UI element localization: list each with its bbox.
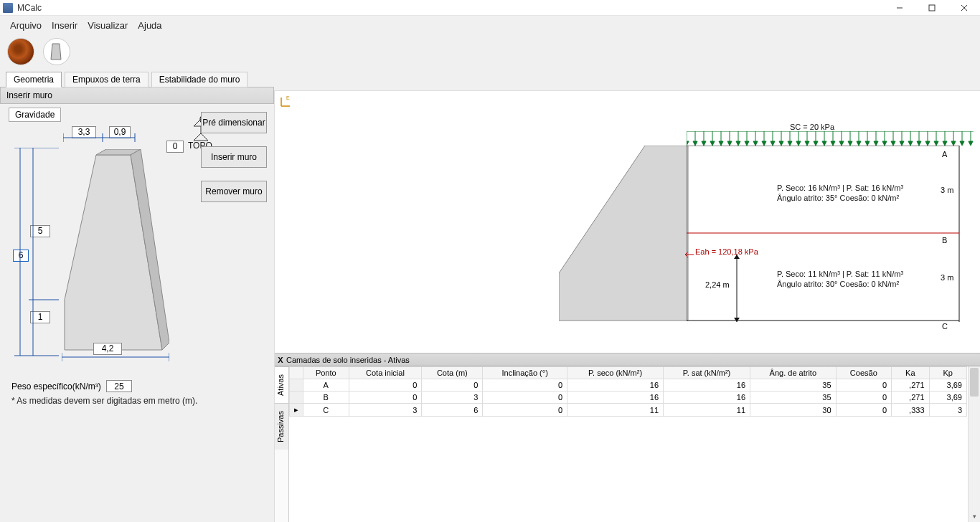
point-b: B: [942, 236, 947, 245]
peso-input[interactable]: [106, 380, 132, 392]
tab-estabilidade[interactable]: Estabilidade do muro: [151, 72, 248, 87]
point-c: C: [942, 322, 948, 331]
svg-text:E: E: [286, 95, 290, 100]
eah-arrow-icon: [684, 251, 694, 258]
table-row[interactable]: ▸C3601111300,3333: [290, 404, 967, 417]
col-header[interactable]: P. seco (kN/m²): [567, 367, 664, 379]
dim-lines-left: [9, 148, 59, 363]
stone-icon[interactable]: [7, 38, 34, 65]
mid-dim-line: [732, 255, 741, 322]
menubar: Arquivo Inserir Visualizar Ajuda: [0, 16, 980, 34]
dim-0b[interactable]: 0: [166, 141, 184, 153]
col-header[interactable]: Coesão: [836, 367, 892, 379]
titlebar: MCalc: [0, 0, 980, 16]
scroll-down-icon[interactable]: ▾: [969, 510, 980, 522]
soil-panel: X Camadas de solo inseridas - Ativas Ati…: [275, 353, 980, 522]
side-tab-passivas[interactable]: Passivas: [275, 403, 288, 450]
soil-scrollbar[interactable]: ▴ ▾: [968, 366, 980, 522]
col-header[interactable]: Cota (m): [422, 367, 483, 379]
subtab-gravidade[interactable]: Gravidade: [9, 108, 61, 122]
inserir-muro-button[interactable]: Inserir muro: [201, 146, 267, 168]
dim-lines-top: [63, 120, 164, 142]
dim-line-bottom: [62, 353, 169, 366]
col-header[interactable]: Cota inicial: [349, 367, 422, 379]
col-header[interactable]: Kp: [929, 367, 966, 379]
layer-a-props: P. Seco: 16 kN/m³ | P. Sat: 16 kN/m³ Âng…: [777, 183, 903, 203]
col-header[interactable]: Âng. de atrito: [750, 367, 836, 379]
wall-profile: [559, 146, 695, 322]
axis-origin-icon[interactable]: E: [279, 95, 292, 110]
eah-label: Eah = 120,18 kPa: [695, 247, 758, 256]
wall-profile-icon[interactable]: [43, 38, 70, 65]
surcharge-arrows: [687, 131, 974, 147]
soil-panel-header: X Camadas de solo inseridas - Ativas: [275, 353, 980, 366]
toolbar: [0, 34, 980, 71]
wall-sketch: [62, 149, 169, 357]
table-row[interactable]: A0001616350,2713,69: [290, 379, 967, 392]
mid-height: 2,24 m: [705, 280, 730, 289]
maximize-button[interactable]: [915, 0, 948, 16]
table-row[interactable]: B0301616350,2713,69: [290, 392, 967, 404]
col-header[interactable]: Ponto: [303, 367, 349, 379]
soil-boundaries: [687, 146, 974, 325]
tab-empuxos[interactable]: Empuxos de terra: [65, 72, 149, 87]
scroll-thumb[interactable]: [970, 368, 979, 397]
point-a: A: [942, 150, 947, 158]
menu-arquivo[interactable]: Arquivo: [6, 19, 46, 32]
layer-a-height: 3 m: [941, 186, 953, 194]
soil-grid[interactable]: PontoCota inicialCota (m)Inclinação (°)P…: [289, 366, 980, 522]
menu-visualizar[interactable]: Visualizar: [83, 19, 132, 32]
soil-side-tabs: Ativas Passivas: [275, 366, 289, 522]
col-header[interactable]: [290, 367, 303, 379]
peso-especifico-row: Peso específico(kN/m³): [11, 380, 132, 392]
side-tab-ativas[interactable]: Ativas: [275, 366, 288, 403]
tab-geometria[interactable]: Geometria: [6, 72, 62, 87]
menu-ajuda[interactable]: Ajuda: [133, 19, 166, 32]
canvas-area: E SC = 20 kPa P. Seco: 16 kN/m³ | P. Sat…: [274, 90, 980, 522]
col-header[interactable]: Inclinação (°): [483, 367, 567, 379]
app-icon: [3, 3, 13, 13]
soil-panel-title: Camadas de solo inseridas - Ativas: [286, 356, 410, 364]
window-title: MCalc: [17, 3, 883, 13]
layer-b-height: 3 m: [941, 273, 953, 282]
menu-inserir[interactable]: Inserir: [47, 19, 82, 32]
pre-dimensionar-button[interactable]: Pré dimensionar: [201, 112, 267, 133]
layer-b-props: P. Seco: 11 kN/m³ | P. Sat: 11 kN/m³ Âng…: [777, 269, 903, 289]
peso-label: Peso específico(kN/m³): [11, 381, 101, 392]
soil-panel-close[interactable]: X: [275, 356, 286, 364]
close-button[interactable]: [948, 0, 980, 16]
sc-label: SC = 20 kPa: [790, 123, 834, 131]
actions-column: Pré dimensionar Inserir muro Remover mur…: [201, 112, 267, 215]
minimize-button[interactable]: [883, 0, 915, 16]
units-note: * As medidas devem ser digitadas em metr…: [11, 396, 197, 406]
main-tabs: Geometria Empuxos de terra Estabilidade …: [0, 71, 980, 87]
panel-header: Inserir muro: [0, 87, 274, 104]
remover-muro-button[interactable]: Remover muro: [201, 181, 267, 202]
col-header[interactable]: Ka: [892, 367, 929, 379]
window-controls: [883, 0, 980, 16]
svg-rect-1: [929, 5, 935, 11]
col-header[interactable]: P. sat (kN/m²): [664, 367, 750, 379]
